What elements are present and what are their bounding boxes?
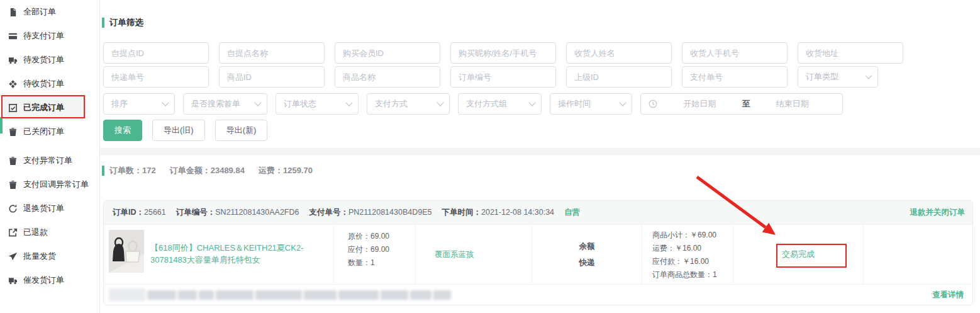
pickup-point-name-input[interactable] — [219, 42, 325, 64]
order-card: 订单ID：25661 订单编号：SN2112081430AA2FD6 支付单号：… — [103, 200, 973, 305]
order-status-select[interactable]: 订单状态 — [276, 93, 359, 115]
consignee-phone-input[interactable] — [682, 42, 788, 64]
payment-delivery-cell: 余额 快递 — [532, 225, 642, 284]
section-accent-bar — [102, 166, 104, 176]
filter-row-1 — [103, 42, 903, 64]
trash-icon — [8, 156, 18, 166]
filter-row-3: 排序 是否搜索首单 订单状态 支付方式 支付方式组 操作时间 开始日期 至 结束… — [103, 93, 843, 115]
buyer-nickname-link[interactable]: 覆面系蓝孩 — [435, 249, 474, 260]
sidebar-item-pending-shipment[interactable]: 待发货订单 — [0, 48, 99, 72]
product-title-link[interactable]: 【618同价】CHARLES＆KEITH21夏CK2-30781483大容量单肩… — [150, 242, 328, 284]
sidebar-item-label: 支付回调异常订单 — [23, 179, 89, 190]
sidebar-item-label: 支付异常订单 — [23, 155, 72, 166]
sidebar-item-label: 催发货订单 — [23, 275, 64, 286]
filter-row-2: 订单类型 — [103, 66, 878, 88]
orders-summary: 订单数：172 订单金额：23489.84 运费：1259.70 — [102, 165, 321, 176]
sidebar-item-return-exchange[interactable]: 退换货订单 — [0, 196, 99, 220]
sidebar: 全部订单 待支付订单 待发货订单 待收货订单 已完成订单 已关闭订单 支付异常订… — [0, 0, 100, 313]
payment-method-select[interactable]: 支付方式 — [367, 93, 450, 115]
buyer-nickname-input[interactable] — [450, 42, 556, 64]
order-time-field: 下单时间：2021-12-08 14:30:34 — [442, 207, 554, 218]
sidebar-item-label: 待支付订单 — [23, 30, 64, 42]
send-icon — [8, 252, 18, 261]
operation-time-select[interactable]: 操作时间 — [550, 93, 632, 115]
view-detail-link[interactable]: 查看详情 — [932, 290, 964, 300]
date-range-separator: 至 — [742, 98, 750, 110]
product-cell: 【618同价】CHARLES＆KEITH21夏CK2-30781483大容量单肩… — [104, 225, 334, 284]
sidebar-item-payment-callback-exception[interactable]: 支付回调异常订单 — [0, 173, 99, 196]
section-accent-bar — [102, 18, 104, 28]
trash-icon — [8, 127, 18, 137]
filter-actions: 搜索 导出(旧) 导出(新) — [103, 120, 267, 141]
payable-price: 应付：69.00 — [348, 243, 415, 256]
sidebar-item-completed-orders[interactable]: 已完成订单 — [3, 96, 84, 120]
file-icon — [8, 8, 18, 17]
parent-id-input[interactable] — [566, 66, 672, 88]
chevron-down-icon — [619, 99, 626, 106]
sidebar-item-pending-payment[interactable]: 待支付订单 — [0, 24, 99, 48]
chevron-down-icon — [865, 72, 872, 79]
filter-title-text: 订单筛选 — [109, 17, 143, 28]
order-card-body: 【618同价】CHARLES＆KEITH21夏CK2-30781483大容量单肩… — [104, 225, 972, 285]
box-icon — [8, 79, 18, 89]
sidebar-item-label: 已退款 — [23, 227, 48, 238]
status-cell: 交易完成 — [733, 225, 864, 284]
trash-icon — [8, 180, 18, 190]
sidebar-item-payment-exception[interactable]: 支付异常订单 — [0, 149, 99, 173]
order-id-field: 订单ID：25661 — [113, 207, 166, 218]
export-old-button[interactable]: 导出(旧) — [152, 120, 205, 141]
order-type-select[interactable]: 订单类型 — [798, 66, 878, 88]
sidebar-item-refunded[interactable]: 已退款 — [0, 220, 99, 244]
product-id-input[interactable] — [219, 66, 325, 88]
pickup-point-id-input[interactable] — [103, 42, 209, 64]
buyer-cell: 覆面系蓝孩 — [416, 225, 532, 284]
tracking-number-input[interactable] — [103, 66, 209, 88]
first-order-search-select[interactable]: 是否搜索首单 — [183, 93, 267, 115]
redacted-consignee-info — [109, 288, 451, 301]
delivery-method: 快递 — [579, 258, 595, 268]
price-cell: 原价：69.00 应付：69.00 数量：1 — [334, 225, 416, 284]
sidebar-item-label: 已完成订单 — [23, 102, 64, 113]
consignee-name-input[interactable] — [566, 42, 672, 64]
quantity: 数量：1 — [348, 256, 415, 270]
empty-cell — [864, 225, 972, 284]
order-sn-field: 订单编号：SN2112081430AA2FD6 — [176, 207, 299, 218]
self-operated-tag: 自营 — [564, 207, 580, 218]
credit-card-icon — [8, 31, 18, 41]
check-square-icon — [8, 103, 18, 113]
end-date-placeholder[interactable]: 结束日期 — [750, 98, 835, 110]
export-new-button[interactable]: 导出(新) — [215, 120, 268, 141]
sort-select[interactable]: 排序 — [103, 93, 175, 115]
payment-number-input[interactable] — [682, 66, 788, 88]
sidebar-item-label: 待收货订单 — [23, 78, 64, 89]
refund-close-order-link[interactable]: 退款并关闭订单 — [910, 207, 966, 218]
sidebar-item-all-orders[interactable]: 全部订单 — [0, 0, 99, 24]
start-date-placeholder[interactable]: 开始日期 — [657, 98, 742, 110]
order-count: 订单数：172 — [109, 165, 156, 176]
order-freight: 运费：1259.70 — [259, 165, 313, 176]
order-number-input[interactable] — [450, 66, 556, 88]
sidebar-item-batch-shipment[interactable]: 批量发货 — [0, 244, 99, 268]
product-name-input[interactable] — [335, 66, 440, 88]
sidebar-item-closed-orders[interactable]: 已关闭订单 — [0, 120, 99, 144]
goods-subtotal: 商品小计：￥69.00 — [652, 229, 733, 242]
order-status-text: 交易完成 — [782, 249, 815, 260]
truck-icon — [8, 55, 18, 65]
truck-icon — [8, 276, 18, 285]
date-range-picker[interactable]: 开始日期 至 结束日期 — [640, 93, 843, 115]
sidebar-item-pending-receipt[interactable]: 待收货订单 — [0, 72, 99, 96]
clock-icon — [649, 100, 657, 108]
share-out-icon — [8, 228, 18, 237]
buyer-member-id-input[interactable] — [335, 42, 440, 64]
chevron-down-icon — [345, 99, 352, 106]
freight-amount: 运费：￥16.00 — [652, 242, 733, 255]
product-image[interactable] — [109, 230, 144, 273]
sidebar-item-urge-shipment[interactable]: 催发货订单 — [0, 268, 99, 292]
shipping-address-input[interactable] — [798, 42, 903, 64]
sidebar-spacer — [0, 144, 99, 149]
chevron-down-icon — [254, 99, 261, 106]
search-button[interactable]: 搜索 — [103, 120, 142, 141]
payment-method-group-select[interactable]: 支付方式组 — [458, 93, 542, 115]
order-card-footer: 查看详情 — [104, 285, 972, 305]
order-amount: 订单金额：23489.84 — [170, 165, 245, 176]
